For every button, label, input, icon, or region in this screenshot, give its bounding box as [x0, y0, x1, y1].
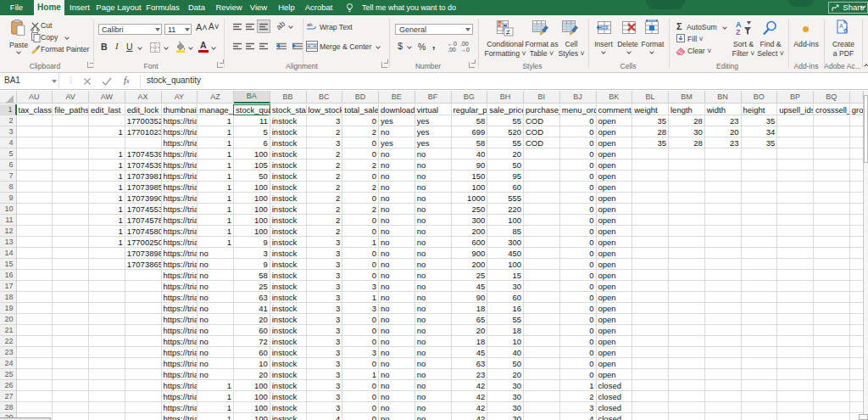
svg-text:A: A	[839, 23, 843, 29]
svg-text:ab: ab	[307, 22, 313, 27]
svg-text:≠: ≠	[506, 28, 510, 36]
svg-text:Z: Z	[736, 28, 741, 36]
